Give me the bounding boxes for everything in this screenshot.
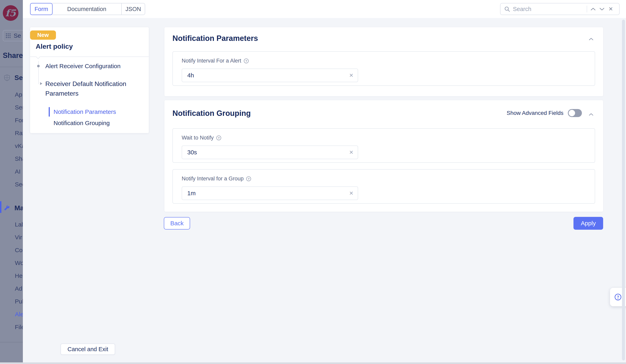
field-label: Notify Interval For a Alert	[182, 58, 241, 64]
wizard-title: Alert policy	[36, 42, 73, 50]
wrench-icon	[4, 205, 10, 211]
advanced-fields-control: Show Advanced Fields	[507, 109, 582, 117]
shield-icon	[4, 74, 10, 81]
svg-text:?: ?	[248, 177, 250, 181]
section-title: Notification Parameters	[172, 34, 258, 43]
search-icon	[504, 6, 510, 12]
search-prev-chevron-up-icon[interactable]	[589, 5, 597, 13]
vertical-scrollbar[interactable]	[622, 20, 625, 360]
active-item-bar	[49, 107, 50, 117]
wizard-divider-notch	[36, 55, 40, 59]
sidebar-section-title: Ma	[14, 204, 23, 212]
new-badge: New	[30, 31, 56, 40]
sidebar-section-manage[interactable]: Ma	[4, 204, 23, 212]
app-sidebar: f5 Se Share Se Ap Ser For Rat vKa S	[0, 0, 23, 364]
sidebar-item[interactable]: Sha	[15, 155, 23, 162]
f5-logo[interactable]: f5	[3, 5, 18, 21]
section-title: Notification Grouping	[172, 109, 251, 118]
sidebar-section-security[interactable]: Se	[4, 74, 23, 82]
shared-configuration-heading: Share	[3, 51, 23, 60]
sidebar-item[interactable]: File	[15, 324, 23, 331]
wizard-divider	[30, 57, 149, 57]
sidebar-item[interactable]: Lab	[15, 221, 23, 228]
search-divider	[587, 6, 587, 12]
sidebar-divider	[0, 67, 23, 67]
wizard-nav-alert-receiver-configuration[interactable]: Alert Receiver Configuration	[30, 63, 147, 70]
field-label: Notify Interval for a Group	[182, 176, 244, 182]
modal-header: Form Documentation JSON ✕	[23, 0, 626, 18]
collapse-chevron-up-icon[interactable]	[587, 36, 595, 42]
clear-input-icon[interactable]: ✕	[348, 149, 355, 156]
sidebar-item[interactable]: He	[15, 272, 22, 279]
search-bar: ✕	[500, 3, 620, 15]
grid-icon	[6, 33, 11, 38]
sidebar-item[interactable]: Ap	[15, 91, 22, 98]
search-close-icon[interactable]: ✕	[606, 5, 615, 13]
svg-text:?: ?	[218, 136, 220, 140]
notification-parameters-section: Notification Parameters Notify Interval …	[164, 27, 603, 96]
search-next-chevron-down-icon[interactable]	[597, 5, 606, 13]
sidebar-item[interactable]: Ad	[15, 285, 22, 292]
show-advanced-fields-label: Show Advanced Fields	[507, 110, 563, 116]
toggle-knob	[569, 110, 575, 116]
sidebar-item[interactable]: vKa	[15, 142, 23, 149]
select-service-dropdown[interactable]: Se	[3, 30, 23, 41]
sidebar-item[interactable]: Pub	[15, 298, 23, 305]
notification-grouping-section: Notification Grouping Show Advanced Fiel…	[164, 100, 603, 212]
sidebar-item[interactable]: For	[15, 117, 23, 124]
help-circle-icon: ?	[614, 293, 622, 301]
field-group: Notify Interval for a Group ? ✕	[172, 169, 595, 204]
bullet-dot-icon	[37, 65, 40, 67]
wizard-panel: New Alert policy Alert Receiver Configur…	[30, 27, 149, 133]
help-icon[interactable]: ?	[216, 135, 221, 141]
sidebar-item[interactable]: Co	[15, 247, 22, 254]
tab-form[interactable]: Form	[30, 3, 52, 15]
wizard-nav-receiver-default-notification-parameters[interactable]: Receiver Default Notification Parameters	[30, 79, 147, 98]
f5-logo-text: f5	[5, 8, 16, 18]
clear-input-icon[interactable]: ✕	[348, 190, 355, 197]
svg-text:?: ?	[617, 295, 619, 299]
svg-text:?: ?	[245, 59, 247, 63]
tab-json[interactable]: JSON	[121, 3, 145, 15]
alert-policy-modal: Form Documentation JSON ✕	[23, 0, 626, 364]
sidebar-active-indicator	[0, 201, 1, 213]
sidebar-section-title: Se	[14, 74, 23, 82]
sidebar-item[interactable]: Sec	[15, 181, 23, 188]
tab-documentation[interactable]: Documentation	[52, 3, 121, 15]
view-tabs: Form Documentation JSON	[30, 3, 145, 15]
wizard-nav-notification-parameters-active[interactable]: Notification Parameters	[30, 107, 147, 117]
back-button[interactable]: Back	[164, 217, 190, 229]
field-group: Notify Interval For a Alert ? ✕	[172, 51, 595, 86]
select-service-label: Se	[14, 32, 21, 39]
notify-interval-alert-input[interactable]	[182, 69, 358, 82]
cancel-and-exit-button[interactable]: Cancel and Exit	[61, 344, 115, 355]
sidebar-item[interactable]: AI	[15, 168, 20, 175]
show-advanced-fields-toggle[interactable]	[568, 109, 582, 117]
sidebar-item[interactable]: Wo	[15, 259, 23, 267]
wizard-nav-notification-grouping[interactable]: Notification Grouping	[30, 118, 147, 128]
sidebar-item[interactable]: Vir	[15, 234, 22, 241]
search-input[interactable]	[513, 6, 586, 12]
sidebar-item[interactable]: Rat	[15, 129, 23, 137]
apply-button[interactable]: Apply	[574, 217, 603, 230]
sidebar-item[interactable]: Ser	[15, 104, 23, 111]
caret-right-icon	[40, 82, 42, 85]
clear-input-icon[interactable]: ✕	[348, 72, 355, 79]
wait-to-notify-input[interactable]	[182, 146, 358, 159]
notify-interval-group-input[interactable]	[182, 186, 358, 200]
sidebar-divider	[0, 342, 23, 342]
modal-body: New Alert policy Alert Receiver Configur…	[23, 18, 626, 364]
field-group: Wait to Notify ? ✕	[172, 128, 595, 163]
help-icon[interactable]: ?	[246, 176, 251, 182]
sidebar-item-alerts-active[interactable]: Ale	[15, 311, 23, 318]
field-label: Wait to Notify	[182, 135, 214, 141]
collapse-chevron-up-icon[interactable]	[587, 111, 595, 117]
screen: f5 Se Share Se Ap Ser For Rat vKa S	[0, 0, 626, 364]
help-icon[interactable]: ?	[244, 58, 249, 64]
horizontal-scrollbar-track[interactable]	[0, 363, 626, 364]
